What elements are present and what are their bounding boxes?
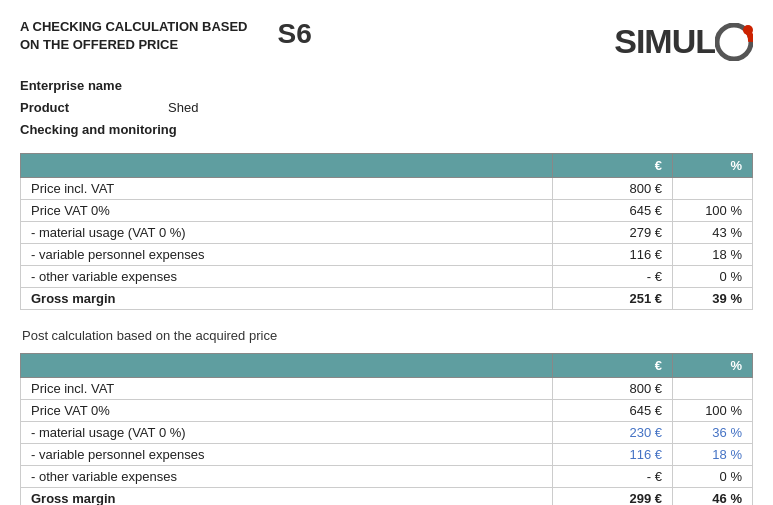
- table-row: Gross margin299 €46 %: [21, 488, 753, 505]
- table1-header-euro: €: [553, 154, 673, 178]
- row-euro: - €: [553, 466, 673, 488]
- row-euro: - €: [553, 266, 673, 288]
- row-label: Price incl. VAT: [21, 378, 553, 400]
- row-pct: 0 %: [673, 466, 753, 488]
- table-row: Price VAT 0%645 €100 %: [21, 400, 753, 422]
- row-label: - variable personnel expenses: [21, 244, 553, 266]
- code-label: S6: [278, 20, 312, 48]
- row-pct: 0 %: [673, 266, 753, 288]
- row-euro: 645 €: [553, 400, 673, 422]
- enterprise-label: Enterprise name: [20, 75, 160, 97]
- info-block: Enterprise name Product Shed Checking an…: [20, 75, 753, 141]
- row-pct: 100 %: [673, 200, 753, 222]
- page-header: A CHECKING CALCULATION BASED ON THE OFFE…: [20, 18, 753, 61]
- row-label: Gross margin: [21, 488, 553, 505]
- header-left: A CHECKING CALCULATION BASED ON THE OFFE…: [20, 18, 312, 54]
- table-row: - variable personnel expenses116 €18 %: [21, 444, 753, 466]
- page-title: A CHECKING CALCULATION BASED ON THE OFFE…: [20, 18, 248, 54]
- table1-header-pct: %: [673, 154, 753, 178]
- row-label: Price VAT 0%: [21, 200, 553, 222]
- table-row: - variable personnel expenses116 €18 %: [21, 244, 753, 266]
- table2-header-pct: %: [673, 354, 753, 378]
- simulo-text: SIMUL: [614, 22, 715, 61]
- table-row: - material usage (VAT 0 %)279 €43 %: [21, 222, 753, 244]
- row-pct: 18 %: [673, 444, 753, 466]
- simulo-logo: SIMUL: [614, 22, 753, 61]
- title-block: A CHECKING CALCULATION BASED ON THE OFFE…: [20, 18, 248, 54]
- row-pct: 100 %: [673, 400, 753, 422]
- row-label: - other variable expenses: [21, 266, 553, 288]
- simulo-o-icon: [715, 23, 753, 61]
- table-row: Price incl. VAT800 €: [21, 178, 753, 200]
- table2-wrapper: € % Price incl. VAT800 €Price VAT 0%645 …: [20, 353, 753, 505]
- row-label: Price incl. VAT: [21, 178, 553, 200]
- table-row: - material usage (VAT 0 %)230 €36 %: [21, 422, 753, 444]
- product-row: Product Shed: [20, 97, 753, 119]
- row-label: - material usage (VAT 0 %): [21, 422, 553, 444]
- row-euro: 279 €: [553, 222, 673, 244]
- table-row: - other variable expenses- €0 %: [21, 266, 753, 288]
- row-pct: 39 %: [673, 288, 753, 310]
- svg-point-1: [743, 25, 753, 35]
- row-pct: 46 %: [673, 488, 753, 505]
- row-euro: 800 €: [553, 178, 673, 200]
- row-label: Price VAT 0%: [21, 400, 553, 422]
- table2: € % Price incl. VAT800 €Price VAT 0%645 …: [20, 353, 753, 505]
- row-pct: [673, 178, 753, 200]
- row-pct: [673, 378, 753, 400]
- row-pct: 18 %: [673, 244, 753, 266]
- table-row: Price incl. VAT800 €: [21, 378, 753, 400]
- table2-header-label: [21, 354, 553, 378]
- row-euro: 251 €: [553, 288, 673, 310]
- checking-label: Checking and monitoring: [20, 119, 177, 141]
- enterprise-row: Enterprise name: [20, 75, 753, 97]
- table2-header-row: € %: [21, 354, 753, 378]
- checking-row: Checking and monitoring: [20, 119, 753, 141]
- row-euro: 645 €: [553, 200, 673, 222]
- row-euro: 116 €: [553, 444, 673, 466]
- row-label: - material usage (VAT 0 %): [21, 222, 553, 244]
- row-euro: 116 €: [553, 244, 673, 266]
- table-row: Gross margin251 €39 %: [21, 288, 753, 310]
- section-note: Post calculation based on the acquired p…: [20, 328, 753, 343]
- row-pct: 36 %: [673, 422, 753, 444]
- product-label: Product: [20, 97, 160, 119]
- table1-header-row: € %: [21, 154, 753, 178]
- row-euro: 230 €: [553, 422, 673, 444]
- table1-header-label: [21, 154, 553, 178]
- row-euro: 800 €: [553, 378, 673, 400]
- row-label: - other variable expenses: [21, 466, 553, 488]
- row-label: - variable personnel expenses: [21, 444, 553, 466]
- row-label: Gross margin: [21, 288, 553, 310]
- row-euro: 299 €: [553, 488, 673, 505]
- table1: € % Price incl. VAT800 €Price VAT 0%645 …: [20, 153, 753, 310]
- table2-header-euro: €: [553, 354, 673, 378]
- table-row: - other variable expenses- €0 %: [21, 466, 753, 488]
- product-value: Shed: [168, 97, 198, 119]
- table-row: Price VAT 0%645 €100 %: [21, 200, 753, 222]
- table1-wrapper: € % Price incl. VAT800 €Price VAT 0%645 …: [20, 153, 753, 310]
- row-pct: 43 %: [673, 222, 753, 244]
